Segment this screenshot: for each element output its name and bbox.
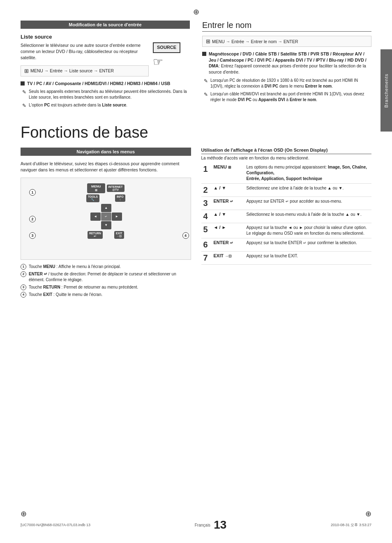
exit-btn: EXIT→⊡ (114, 231, 124, 239)
osd-row-desc: Sélectionnez une icône à l'aide de la to… (244, 184, 372, 197)
crosshair-top-icon: ⊕ (193, 7, 199, 16)
badge-1: 1 (29, 189, 36, 196)
step-notes: 1 Touche MENU : Affiche le menu à l'écra… (21, 264, 191, 298)
tools-btn: TOOLS🔧 (86, 194, 99, 202)
osd-row-num: 1 (201, 163, 212, 184)
page-footer: [UC7000-NA]BN68-02627A-07L03.indb 13 Fra… (21, 518, 371, 531)
page-num-box: Français 13 (195, 518, 227, 531)
return-btn: RETURN↩ (88, 231, 103, 239)
menu-btn: MENU⊞ (87, 183, 105, 193)
liste-source-note2: ✎ L'option PC est toujours activée dans … (21, 102, 190, 109)
crosshair-bottom-left-icon: ⊕ (21, 509, 27, 518)
footer-date: 2010-08-31 오후 3:53:27 (331, 522, 371, 528)
dpad-enter: ↵ (101, 213, 111, 221)
note-pencil-icon: ✎ (22, 89, 26, 100)
bullet-icon2 (202, 52, 206, 56)
osd-row-desc: Sélectionnez le sous-menu voulu à l'aide… (244, 210, 372, 223)
page: ⊕ Branchements Modification de la source… (0, 0, 392, 543)
info-btn: INFO↑ (115, 194, 125, 202)
page-number: 13 (214, 518, 226, 531)
badge-4: 4 (182, 232, 189, 239)
osd-row-num: 3 (201, 197, 212, 210)
bottom-section: Navigation dans les menus Avant d'utilis… (21, 148, 371, 299)
nav-intro: Avant d'utiliser le téléviseur, suivez l… (21, 161, 191, 173)
osd-row: 2▲ / ▼Sélectionnez une icône à l'aide de… (201, 184, 372, 197)
sidebar-label: Branchements (380, 49, 392, 132)
osd-row-desc: Les options du menu principal apparaisse… (244, 163, 372, 184)
note-pencil-icon2: ✎ (22, 102, 26, 109)
step-circle-2: 2 (21, 271, 26, 277)
step-circle-4: 4 (21, 292, 26, 298)
osd-row-num: 7 (201, 252, 212, 265)
crosshair-bottom-right-icon: ⊕ (365, 509, 371, 518)
osd-row-desc: Appuyez sur la touche ENTER ↵ pour confi… (244, 238, 372, 252)
bottom-right: Utilisation de l'affichage à l'écran OSD… (201, 148, 372, 299)
menu-icon2: ⊞ (206, 38, 210, 44)
internet-tv-btn: INTERNET@TV (107, 185, 125, 192)
right-column: Entrer le nom ⊞ MENU → Entrée → Entrer l… (202, 21, 371, 111)
badge-2: 2 (29, 216, 36, 222)
osd-row: 1MENU ⊞Les options du menu principal app… (201, 163, 372, 184)
fonctions-de-base-section: Fonctions de base Navigation dans les me… (21, 124, 371, 299)
liste-source-body: SOURCE ☞ Sélectionner le téléviseur ou u… (21, 42, 190, 61)
liste-source-title: Liste source (21, 34, 190, 40)
liste-source-bullet: TV / PC / AV / Composante / HDMI1/DVI / … (21, 81, 190, 87)
osd-row-label: ▲ / ▼ (212, 184, 244, 197)
note-pencil-icon3: ✎ (204, 78, 208, 89)
osd-row-label: ENTER ↵ (212, 197, 244, 210)
bullet-icon (21, 81, 25, 85)
dpad-right: ► (112, 213, 122, 221)
step-note-4: 4 Touche EXIT : Quitte le menu de l'écra… (21, 292, 191, 298)
entrer-le-nom-title: Entrer le nom (202, 21, 371, 32)
osd-title: Utilisation de l'affichage à l'écran OSD… (201, 148, 372, 154)
menu-icon: ⊞ (24, 68, 29, 74)
osd-row-label: EXIT →⊡ (212, 252, 244, 265)
step-note-1: 1 Touche MENU : Affiche le menu à l'écra… (21, 264, 191, 270)
step-circle-1: 1 (21, 264, 26, 270)
badge-3: 3 (29, 232, 36, 239)
hand-icon: ☞ (153, 54, 190, 71)
dpad-down: ▼ (101, 221, 111, 229)
osd-row: 4▲ / ▼Sélectionnez le sous-menu voulu à … (201, 210, 372, 223)
fonctions-de-base-title: Fonctions de base (21, 124, 371, 141)
remote-diagram: 1 2 3 4 MENU⊞ (21, 178, 191, 260)
osd-table: 1MENU ⊞Les options du menu principal app… (201, 163, 372, 265)
osd-row-label: ▲ / ▼ (212, 210, 244, 223)
osd-row-desc: Appuyez sur ENTER ↵ pour accéder au sous… (244, 197, 372, 210)
language-label: Français (195, 523, 210, 527)
osd-subtitle: La méthode d'accès varie en fonction du … (201, 156, 372, 160)
dpad-left: ◄ (90, 213, 101, 221)
entrer-le-nom-note2: ✎ Lorsqu'un câble HDMI/DVI est branché a… (202, 91, 371, 103)
osd-row-num: 4 (201, 210, 212, 223)
dpad-up: ▲ (101, 204, 111, 212)
source-button: SOURCE (153, 42, 180, 53)
osd-row-label: ◄ / ► (212, 223, 244, 238)
step-circle-3: 3 (21, 284, 26, 290)
osd-row: 6ENTER ↵Appuyez sur la touche ENTER ↵ po… (201, 238, 372, 252)
liste-source-menu-path: ⊞ MENU → Entrée → Liste source → ENTER (21, 65, 149, 76)
osd-row-num: 6 (201, 238, 212, 252)
source-button-area: SOURCE ☞ (153, 42, 190, 71)
osd-row: 5◄ / ►Appuyez sur la touche ◄ ou ► pour … (201, 223, 372, 238)
osd-row-num: 2 (201, 184, 212, 197)
osd-row-desc: Appuyez sur la touche EXIT. (244, 252, 372, 265)
nav-header: Navigation dans les menus (21, 148, 191, 156)
osd-row-desc: Appuyez sur la touche ◄ ou ► pour choisi… (244, 223, 372, 238)
liste-source-note1: ✎ Seuls les appareils externes branchés … (21, 89, 190, 100)
osd-row-num: 5 (201, 223, 212, 238)
entrer-le-nom-bullet: Magnétoscope / DVD / Câble STB / Satelli… (202, 51, 371, 75)
osd-row: 7EXIT →⊡Appuyez sur la touche EXIT. (201, 252, 372, 265)
note-pencil-icon4: ✎ (204, 91, 208, 103)
left-column: Modification de la source d'entrée Liste… (21, 21, 190, 111)
entrer-le-nom-menu-path: ⊞ MENU → Entrée → Entrer le nom → ENTER (202, 36, 371, 47)
osd-row: 3ENTER ↵Appuyez sur ENTER ↵ pour accéder… (201, 197, 372, 210)
osd-row-label: ENTER ↵ (212, 238, 244, 252)
entrer-le-nom-note1: ✎ Lorsqu'un PC de résolution de 1920 x 1… (202, 78, 371, 89)
step-note-3: 3 Touche RETURN : Permet de retourner au… (21, 284, 191, 290)
step-note-2: 2 ENTER ↵ / touche de direction: Permet … (21, 271, 191, 283)
osd-row-label: MENU ⊞ (212, 163, 244, 184)
bottom-left: Navigation dans les menus Avant d'utilis… (21, 148, 191, 299)
section-header: Modification de la source d'entrée (21, 21, 190, 29)
top-section: Modification de la source d'entrée Liste… (21, 21, 371, 111)
footer-file: [UC7000-NA]BN68-02627A-07L03.indb 13 (21, 523, 90, 527)
